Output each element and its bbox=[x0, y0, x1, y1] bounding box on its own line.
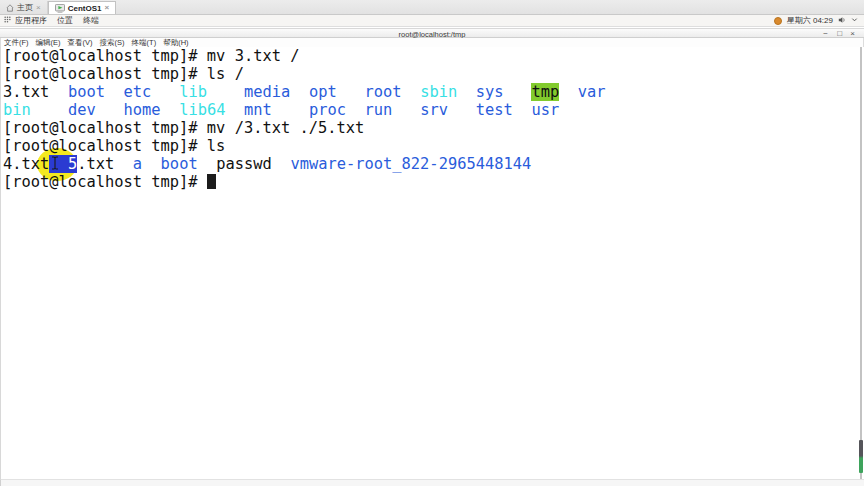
terminal-line: [root@localhost tmp]# mv 3.txt / bbox=[3, 47, 864, 65]
gnome-top-panel: 应用程序位置终端 星期六 04:29 bbox=[0, 15, 864, 27]
gnome-status-area: 星期六 04:29 bbox=[774, 15, 864, 26]
terminal-text-segment bbox=[225, 101, 244, 119]
terminal-text-segment: boot bbox=[68, 83, 105, 101]
terminal-text-segment: usr bbox=[531, 101, 559, 119]
vmware-tab-bar: 主页 × CentOS1 × bbox=[0, 0, 864, 15]
terminal-text-segment bbox=[402, 83, 421, 101]
panel-menu-item[interactable]: 应用程序 bbox=[15, 15, 47, 26]
terminal-text-segment: etc bbox=[124, 83, 152, 101]
terminal-text-segment: bin bbox=[3, 101, 31, 119]
notification-icon[interactable] bbox=[774, 17, 782, 25]
applications-grid-icon bbox=[0, 16, 11, 25]
terminal-text-segment: mnt bbox=[244, 101, 272, 119]
terminal-text-segment: [root@localhost tmp]# ls / bbox=[3, 65, 244, 83]
terminal-text-segment: proc bbox=[309, 101, 346, 119]
panel-menu-item[interactable]: 终端 bbox=[83, 15, 99, 26]
terminal-text-segment: root bbox=[365, 83, 402, 101]
chevron-down-icon[interactable] bbox=[851, 16, 858, 25]
terminal-text-segment bbox=[161, 101, 180, 119]
scrollbar-thumb[interactable] bbox=[859, 440, 863, 473]
terminal-text-segment: boot bbox=[161, 155, 198, 173]
gnome-bottom-panel bbox=[0, 479, 864, 486]
terminal-menu-item[interactable]: 查看(V) bbox=[68, 38, 93, 48]
terminal-menu-bar: 文件(F)编辑(E)查看(V)搜索(S)终端(T)帮助(H) bbox=[0, 38, 864, 47]
home-icon bbox=[6, 4, 14, 12]
terminal-text-segment: srv bbox=[420, 101, 448, 119]
terminal-text-segment: sys bbox=[476, 83, 504, 101]
tab-home[interactable]: 主页 × bbox=[0, 1, 48, 14]
terminal-text-segment bbox=[198, 155, 217, 173]
terminal-line: 4.txt 5.txt a boot passwd vmware-root_82… bbox=[3, 155, 864, 173]
terminal-menu-item[interactable]: 编辑(E) bbox=[36, 38, 61, 48]
terminal-line: 3.txt boot etc lib media opt root sbin s… bbox=[3, 83, 864, 101]
terminal-text-segment bbox=[392, 101, 420, 119]
terminal-text-segment: media bbox=[244, 83, 290, 101]
terminal-text-segment: dev bbox=[68, 101, 96, 119]
terminal-text-segment bbox=[207, 83, 244, 101]
tab-centos1-label: CentOS1 bbox=[68, 4, 102, 13]
terminal-text-segment bbox=[105, 83, 124, 101]
terminal-text-segment: opt bbox=[309, 83, 337, 101]
terminal-text-segment bbox=[272, 101, 309, 119]
terminal-text-segment bbox=[559, 83, 578, 101]
terminal-text-segment: var bbox=[578, 83, 606, 101]
terminal-lines: [root@localhost tmp]# mv 3.txt /[root@lo… bbox=[1, 47, 864, 191]
terminal-text-segment bbox=[290, 83, 309, 101]
terminal-text-segment: run bbox=[365, 101, 393, 119]
terminal-text-segment bbox=[504, 83, 532, 101]
terminal-text-segment: lib64 bbox=[179, 101, 225, 119]
terminal-line: [root@localhost tmp]# ls bbox=[3, 137, 864, 155]
terminal-text-segment: passwd bbox=[216, 155, 272, 173]
tab-centos1-close-icon[interactable]: × bbox=[104, 4, 109, 12]
terminal-text-segment: sbin bbox=[420, 83, 457, 101]
terminal-text-segment: test bbox=[476, 101, 513, 119]
terminal-menu-item[interactable]: 搜索(S) bbox=[100, 38, 125, 48]
terminal-text-segment: vmware-root_822-2965448144 bbox=[290, 155, 531, 173]
scrollbar-track[interactable] bbox=[860, 47, 862, 479]
terminal-text-segment: 3.txt bbox=[3, 83, 68, 101]
terminal-menu-item[interactable]: 终端(T) bbox=[132, 38, 157, 48]
terminal-line: bin dev home lib64 mnt proc run srv test… bbox=[3, 101, 864, 119]
terminal-text-segment: 4.txt bbox=[3, 155, 49, 173]
panel-clock[interactable]: 星期六 04:29 bbox=[787, 15, 833, 26]
terminal-text-segment bbox=[448, 101, 476, 119]
terminal-text-segment: tmp bbox=[531, 83, 559, 101]
terminal-text-segment: [root@localhost tmp]# mv /3.txt ./5.txt bbox=[3, 119, 364, 137]
terminal-line: [root@localhost tmp]# mv /3.txt ./5.txt bbox=[3, 119, 864, 137]
terminal-text-segment bbox=[142, 155, 161, 173]
terminal-line: [root@localhost tmp]# bbox=[3, 173, 864, 191]
terminal-line: [root@localhost tmp]# ls / bbox=[3, 65, 864, 83]
volume-icon[interactable] bbox=[838, 16, 846, 26]
terminal-body[interactable]: [root@localhost tmp]# mv 3.txt /[root@lo… bbox=[0, 47, 864, 479]
terminal-cursor bbox=[207, 174, 216, 189]
terminal-menu-item[interactable]: 文件(F) bbox=[4, 38, 29, 48]
terminal-text-segment: [root@localhost tmp]# mv 3.txt / bbox=[3, 47, 300, 65]
terminal-text-segment: [root@localhost tmp]# bbox=[3, 173, 207, 191]
terminal-text-segment: [root@localhost tmp]# ls bbox=[3, 137, 225, 155]
terminal-text-segment: lib bbox=[179, 83, 207, 101]
terminal-text-segment: .txt bbox=[77, 155, 133, 173]
tab-home-label: 主页 bbox=[17, 2, 33, 13]
terminal-text-segment bbox=[346, 101, 365, 119]
gnome-menus: 应用程序位置终端 bbox=[11, 15, 99, 26]
terminal-text-segment bbox=[96, 101, 124, 119]
panel-menu-item[interactable]: 位置 bbox=[57, 15, 73, 26]
terminal-menu-item[interactable]: 帮助(H) bbox=[163, 38, 188, 48]
terminal-text-segment bbox=[457, 83, 476, 101]
terminal-title-bar[interactable]: root@localhost:/tmp − □ × bbox=[0, 28, 864, 38]
tab-home-close-icon[interactable]: × bbox=[36, 4, 41, 12]
terminal-text-segment: a bbox=[133, 155, 142, 173]
tab-centos1[interactable]: CentOS1 × bbox=[48, 1, 116, 14]
mouse-ibeam-pointer bbox=[51, 156, 59, 174]
terminal-text-segment bbox=[31, 101, 68, 119]
terminal-text-segment bbox=[337, 83, 365, 101]
terminal-text-segment bbox=[513, 101, 532, 119]
terminal-text-segment bbox=[151, 83, 179, 101]
terminal-text-segment: home bbox=[124, 101, 161, 119]
vm-icon bbox=[55, 4, 65, 13]
terminal-text-segment bbox=[272, 155, 291, 173]
